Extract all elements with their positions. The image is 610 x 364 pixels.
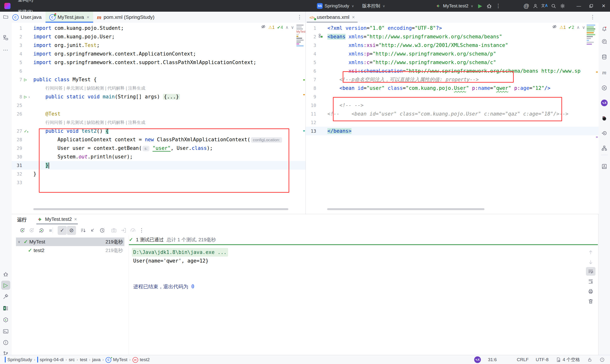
inspection-widget[interactable]: ⚠1 ✔2 ∧ ∨ xyxy=(552,24,585,30)
run-gutter-icon[interactable]: ▷› xyxy=(24,92,34,101)
next-issue-icon[interactable]: ∨ xyxy=(582,25,585,30)
test-passed-gutter-icon[interactable]: ✓▸ xyxy=(24,127,34,136)
scroll-down-icon[interactable] xyxy=(586,258,596,267)
stop-icon[interactable]: ■ xyxy=(46,226,55,235)
close-icon[interactable]: × xyxy=(87,14,89,20)
soft-wrap-icon[interactable] xyxy=(586,267,596,276)
run-icon[interactable]: ▷ xyxy=(1,281,10,290)
close-window-icon[interactable]: × xyxy=(599,1,608,11)
ai-inlay-hint[interactable]: 行间问答 | 单元测试 | 缺陷检测 | 代码解释 | 注释生成 xyxy=(12,118,305,127)
problems-icon[interactable] xyxy=(1,338,10,347)
run-targets-icon[interactable] xyxy=(600,129,609,138)
tab-pom.xml--SpringStudy-[interactable]: mpom.xml (SpringStudy) xyxy=(93,12,158,23)
code-line-26[interactable]: 26 @Test xyxy=(12,110,305,118)
next-issue-icon[interactable]: ∨ xyxy=(291,25,294,30)
account-icon[interactable] xyxy=(531,1,540,11)
rerun-icon[interactable] xyxy=(18,226,27,235)
import-test-result-icon[interactable] xyxy=(119,226,128,235)
code-line-8[interactable]: 8 <bean id="user" class="com.kuang.pojo.… xyxy=(306,84,598,92)
aix-translate-icon[interactable]: ∿X xyxy=(600,98,609,107)
line-separator[interactable]: CRLF xyxy=(517,357,529,362)
auto-test-icon[interactable] xyxy=(37,226,46,235)
tab-User.java[interactable]: CUser.java xyxy=(9,12,46,23)
sort-alphabetically-icon[interactable] xyxy=(79,226,88,235)
ai-inlay-hint[interactable]: 行间问答 | 单元测试 | 缺陷检测 | 代码解释 | 注释生成 xyxy=(12,84,305,92)
highlight-off-icon[interactable] xyxy=(261,24,266,30)
lock-open-icon[interactable] xyxy=(587,357,592,362)
show-passed-icon[interactable]: ✓ xyxy=(58,226,67,235)
console-command[interactable]: D:\Java\jdk1.8\bin\java.exe ... xyxy=(132,248,228,257)
run-tab-mytest-test2[interactable]: MyTest.test2 × xyxy=(36,217,77,222)
tab-userbeans.xml[interactable]: </>userbeans.xml× xyxy=(306,12,359,23)
passed-count[interactable]: ✔4 xyxy=(277,25,283,30)
code-line-5[interactable]: 5import org.springframework.context.supp… xyxy=(12,58,305,67)
database-icon[interactable] xyxy=(600,52,609,62)
inspection-widget[interactable]: ⚠1 ✔4 ∧ ∨ xyxy=(261,24,294,30)
code-line-6[interactable]: 6 xyxy=(12,67,305,75)
terminal-icon[interactable] xyxy=(1,327,10,336)
folder-icon[interactable] xyxy=(0,14,9,21)
scroll-to-end-icon[interactable] xyxy=(586,277,596,286)
menu-item-6[interactable]: 重构(R) xyxy=(14,0,38,6)
black-duck-icon[interactable] xyxy=(600,114,609,123)
warning-count[interactable]: ⚠1 xyxy=(559,25,566,30)
hierarchy-icon[interactable] xyxy=(600,144,609,153)
scroll-up-icon[interactable] xyxy=(586,248,596,257)
show-ignored-icon[interactable]: ⊘ xyxy=(67,226,76,235)
tab-options-icon[interactable]: ⋮ xyxy=(587,14,598,20)
code-line-3[interactable]: 3import org.junit.Test; xyxy=(12,41,305,50)
coverage-icon[interactable] xyxy=(129,226,138,235)
sort-by-duration-icon[interactable] xyxy=(98,226,107,235)
project-widget[interactable]: SSSpringStudy∨ xyxy=(314,2,356,10)
code-line-3[interactable]: 3 xmlns:xsi="http://www.w3.org/2001/XMLS… xyxy=(306,41,598,50)
code-line-8[interactable]: 8▷› public static void main(String[] arg… xyxy=(12,92,305,101)
test-tree-row-MyTest[interactable]: ∨✓MyTest219毫秒 xyxy=(16,237,124,246)
print-icon[interactable] xyxy=(586,287,596,296)
code-line-25[interactable]: 25 xyxy=(12,101,305,110)
tab-MyTest.java[interactable]: C▶MyTest.java× xyxy=(46,12,93,23)
aix-translate-icon[interactable]: ∿X xyxy=(474,356,481,363)
copilot-icon[interactable]: @ xyxy=(522,1,531,11)
file-encoding[interactable]: UTF-8 xyxy=(536,357,548,362)
translate-icon[interactable]: 文A xyxy=(540,1,549,11)
run-button[interactable]: ▶ xyxy=(476,1,485,11)
xml-editor[interactable]: 1<?xml version="1.0" encoding="UTF-8"?>2… xyxy=(305,23,598,214)
tab-options-icon[interactable]: ⋮ xyxy=(294,14,305,20)
indent-setting[interactable]: 4 个空格 xyxy=(556,357,580,363)
navigate-icon[interactable] xyxy=(88,226,97,235)
horizontal-scrollbar[interactable] xyxy=(33,208,288,210)
bean-gutter-icon[interactable] xyxy=(318,32,328,41)
more-tools-icon[interactable]: ⋯ xyxy=(1,46,10,54)
breadcrumb-item-src[interactable]: src xyxy=(69,357,75,362)
close-icon[interactable]: × xyxy=(352,14,355,20)
code-line-4[interactable]: 4 xmlns:p="http://www.springframework.or… xyxy=(306,50,598,58)
project-icon[interactable] xyxy=(1,33,10,42)
clear-console-icon[interactable] xyxy=(586,297,596,306)
breadcrumb-item-test2[interactable]: mtest2 xyxy=(132,357,150,363)
caret-position[interactable]: 31:6 xyxy=(488,357,497,362)
maven-tool-icon[interactable]: m xyxy=(600,68,609,77)
chevron-down-icon[interactable]: ∨ xyxy=(16,240,22,244)
services-icon[interactable] xyxy=(1,315,10,325)
minimize-icon[interactable]: — xyxy=(574,1,583,11)
passed-count[interactable]: ✔2 xyxy=(568,25,574,30)
settings-icon[interactable] xyxy=(558,1,567,11)
run-configuration[interactable]: MyTest.test2∨ xyxy=(433,2,476,10)
run-gutter-icon[interactable]: ▷ xyxy=(24,75,34,84)
debug-button[interactable] xyxy=(485,1,494,11)
search-icon[interactable] xyxy=(549,1,558,11)
dictionary-icon[interactable] xyxy=(600,162,609,171)
excel-plugin-icon[interactable] xyxy=(1,304,10,313)
code-line-2[interactable]: 2import com.kuang.pojo.User; xyxy=(12,32,305,41)
more-icon[interactable]: ⋮ xyxy=(137,226,146,235)
notifications-status-icon[interactable] xyxy=(599,357,605,362)
test-tree-row-test2[interactable]: ✓test2219毫秒 xyxy=(16,246,124,255)
close-icon[interactable]: × xyxy=(74,217,77,222)
code-line-5[interactable]: 5 xmlns:c="http://www.springframework.or… xyxy=(306,58,598,67)
more-actions-icon[interactable]: ⋮ xyxy=(494,1,503,11)
code-line-7[interactable]: 7▷public class MyTest { xyxy=(12,75,305,84)
microsoft-icon[interactable] xyxy=(504,357,510,363)
highlight-off-icon[interactable] xyxy=(552,24,557,30)
warning-count[interactable]: ⚠1 xyxy=(268,25,274,30)
breadcrumb-item-spring-04-di[interactable]: spring-04-di xyxy=(37,357,64,362)
